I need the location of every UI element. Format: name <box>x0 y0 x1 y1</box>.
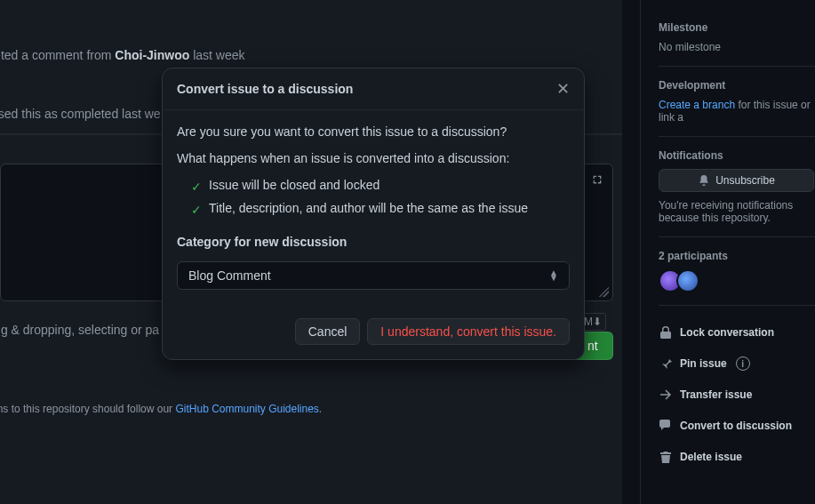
development-section: Development Create a branch for this iss… <box>659 79 815 137</box>
bullet-text: Title, description, and author will be t… <box>209 201 528 215</box>
resize-handle-icon[interactable] <box>598 286 609 297</box>
text: . <box>319 403 322 415</box>
lock-conversation-action[interactable]: Lock conversation <box>659 325 774 340</box>
list-item: ✓ Issue will be closed and locked <box>191 178 570 194</box>
participants-avatars <box>659 269 815 292</box>
avatar[interactable] <box>676 269 699 292</box>
unsubscribe-button[interactable]: Unsubscribe <box>659 169 814 192</box>
milestone-value: No milestone <box>659 41 815 53</box>
list-item: ✓ Title, description, and author will be… <box>191 201 570 217</box>
convert-discussion-action[interactable]: Convert to discussion <box>659 419 792 433</box>
notifications-section: Notifications Unsubscribe You're receivi… <box>659 149 815 237</box>
action-label: Delete issue <box>680 451 742 463</box>
close-icon[interactable]: ✕ <box>556 81 570 97</box>
category-select[interactable]: Blog Comment ▲▼ <box>177 261 570 290</box>
development-heading: Development <box>659 79 815 92</box>
delete-issue-action[interactable]: Delete issue <box>659 450 742 464</box>
unsubscribe-label: Unsubscribe <box>715 174 775 187</box>
sidebar: Milestone No milestone Development Creat… <box>640 0 815 504</box>
development-text: Create a branch for this issue or link a <box>659 99 815 124</box>
notifications-reason: You're receiving notifications because t… <box>659 199 815 224</box>
transfer-issue-action[interactable]: Transfer issue <box>659 388 752 402</box>
user-mention[interactable]: Choi-Jinwoo <box>115 48 189 62</box>
pin-issue-action[interactable]: Pin issue i <box>659 356 750 371</box>
confirm-convert-button[interactable]: I understand, convert this issue. <box>367 318 570 345</box>
discussion-icon <box>659 419 673 433</box>
guidelines-link[interactable]: GitHub Community Guidelines <box>175 403 318 415</box>
cancel-button[interactable]: Cancel <box>295 318 361 345</box>
notifications-heading: Notifications <box>659 149 815 162</box>
participants-heading: 2 participants <box>659 250 815 262</box>
milestone-heading: Milestone <box>659 21 815 34</box>
consequences-list: ✓ Issue will be closed and locked ✓ Titl… <box>191 178 570 217</box>
text: leted a comment from <box>0 48 115 62</box>
participants-section: 2 participants <box>659 250 815 306</box>
trash-icon <box>659 450 673 464</box>
bell-slash-icon <box>698 174 710 187</box>
confirm-question: Are you sure you want to convert this is… <box>177 124 570 139</box>
category-label: Category for new discussion <box>177 235 570 249</box>
action-label: Transfer issue <box>680 388 752 401</box>
action-label: Convert to discussion <box>680 420 792 432</box>
chevron-updown-icon: ▲▼ <box>549 270 558 281</box>
issue-actions: Lock conversation Pin issue i Transfer i… <box>659 318 815 474</box>
check-icon: ✓ <box>191 180 202 194</box>
expand-icon[interactable] <box>591 173 603 189</box>
lock-icon <box>659 325 673 340</box>
action-label: Pin issue <box>680 357 727 370</box>
bullet-text: Issue will be closed and locked <box>209 178 380 192</box>
pin-icon <box>659 356 673 371</box>
arrow-right-icon <box>659 388 673 402</box>
guidelines-text: ons to this repository should follow our… <box>0 403 622 415</box>
timeline-event: leted a comment from Choi-Jinwoo last we… <box>0 41 622 69</box>
milestone-section: Milestone No milestone <box>659 21 815 67</box>
modal-footer: Cancel I understand, convert this issue. <box>163 304 584 359</box>
create-branch-link[interactable]: Create a branch <box>659 99 735 111</box>
convert-discussion-modal: Convert issue to a discussion ✕ Are you … <box>162 68 585 360</box>
what-happens-label: What happens when an issue is converted … <box>177 151 570 165</box>
modal-body: Are you sure you want to convert this is… <box>163 110 584 304</box>
modal-title: Convert issue to a discussion <box>177 82 353 96</box>
select-value: Blog Comment <box>188 268 271 283</box>
check-icon: ✓ <box>191 203 202 217</box>
action-label: Lock conversation <box>680 326 774 339</box>
text: last week <box>189 48 244 62</box>
text: ons to this repository should follow our <box>0 403 175 415</box>
info-icon[interactable]: i <box>736 356 750 371</box>
modal-header: Convert issue to a discussion ✕ <box>163 68 584 110</box>
